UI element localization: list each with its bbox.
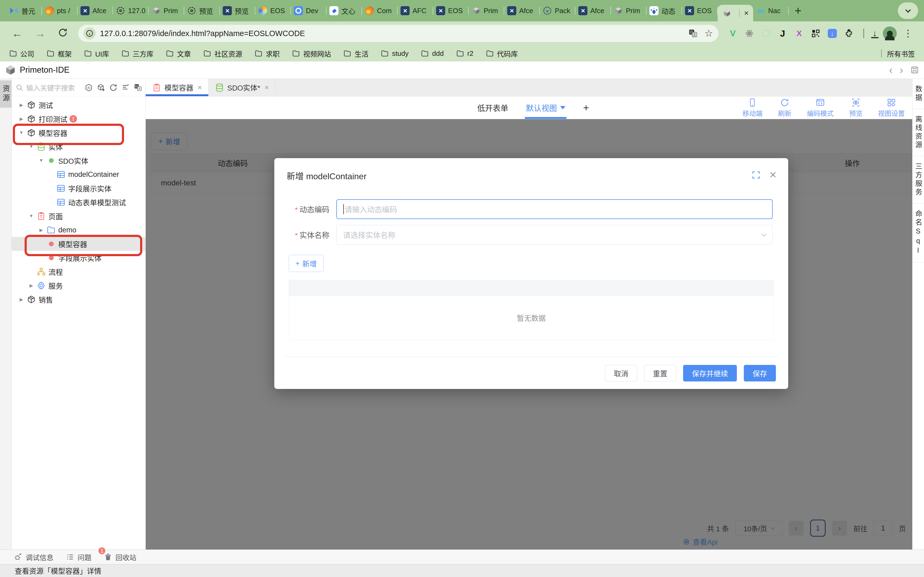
history-back-icon[interactable]: ‹ bbox=[889, 64, 892, 75]
editor-tab[interactable]: 模型容器 × bbox=[146, 79, 208, 96]
tree-caret-icon[interactable]: ▼ bbox=[26, 213, 37, 219]
browser-tab[interactable]: Dev bbox=[291, 0, 326, 21]
browser-tab[interactable]: × AFC bbox=[397, 0, 433, 21]
extension-button[interactable] bbox=[810, 28, 821, 39]
tab-close-icon[interactable]: × bbox=[265, 83, 269, 92]
add-view-button[interactable]: + bbox=[583, 102, 589, 114]
browser-tab[interactable]: × Afce bbox=[504, 0, 540, 21]
translate-icon[interactable]: G文 bbox=[688, 29, 698, 38]
bookmark-folder[interactable]: 求职 bbox=[255, 48, 279, 58]
tab-overflow-button[interactable] bbox=[898, 2, 918, 19]
view-action-button[interactable]: 预览 bbox=[849, 98, 863, 118]
bookmark-star-icon[interactable]: ☆ bbox=[704, 28, 713, 39]
tree-item[interactable]: modelContainer bbox=[12, 168, 145, 181]
new-resource-icon[interactable] bbox=[97, 83, 105, 92]
tree-caret-icon[interactable]: ▶ bbox=[16, 102, 27, 108]
bookmark-folder[interactable]: 公司 bbox=[9, 48, 34, 58]
tree-item[interactable]: ▼ 实体 bbox=[12, 140, 145, 153]
extension-button[interactable] bbox=[744, 28, 755, 39]
tree-item[interactable]: ▶ demo bbox=[12, 223, 145, 237]
dialog-col-header[interactable] bbox=[653, 280, 774, 296]
rail-tab[interactable]: 命名Sql bbox=[913, 203, 924, 263]
recycle-bin-button[interactable]: 回收站 bbox=[104, 552, 136, 562]
tree-caret-icon[interactable]: ▶ bbox=[16, 297, 27, 302]
bookmark-folder[interactable]: 代码库 bbox=[486, 48, 518, 58]
rail-tab[interactable]: 数据 bbox=[913, 79, 924, 109]
dialog-col-header[interactable] bbox=[289, 280, 362, 296]
save-and-continue-button[interactable]: 保存并继续 bbox=[683, 365, 737, 382]
view-action-button[interactable]: 移动端 bbox=[743, 98, 762, 118]
dialog-col-header[interactable] bbox=[434, 280, 507, 296]
browser-tab[interactable]: Pack bbox=[540, 0, 575, 21]
extension-button[interactable]: X bbox=[794, 28, 804, 39]
tree-caret-icon[interactable]: ▶ bbox=[16, 116, 27, 122]
browser-tab[interactable]: 普元 bbox=[6, 0, 42, 21]
bookmark-folder[interactable]: study bbox=[381, 50, 409, 58]
save-button[interactable]: 保存 bbox=[744, 365, 776, 382]
refresh-tree-icon[interactable] bbox=[109, 83, 118, 92]
bookmark-folder[interactable]: 文章 bbox=[166, 48, 191, 58]
field-control[interactable]: 请选择实体名称 bbox=[336, 225, 773, 245]
extension-button[interactable] bbox=[761, 28, 771, 39]
tree-item[interactable]: ▶ 销售 bbox=[12, 292, 145, 306]
tree-item[interactable]: ▼ 页面 bbox=[12, 209, 145, 223]
bookmark-folder[interactable]: r2 bbox=[456, 50, 473, 58]
ai-assistant-icon[interactable]: AI bbox=[84, 83, 93, 92]
bookmark-folder[interactable]: 框架 bbox=[47, 48, 72, 58]
extension-button[interactable] bbox=[843, 28, 854, 39]
field-control[interactable]: 请输入动态编码 bbox=[336, 199, 773, 219]
tree-item[interactable]: ▼ 模型容器 bbox=[12, 126, 145, 140]
tree-caret-icon[interactable]: ▼ bbox=[36, 158, 47, 163]
bookmark-folder[interactable]: 社区资源 bbox=[203, 48, 242, 58]
browser-tab[interactable]: Prim bbox=[149, 0, 184, 21]
browser-tab[interactable]: Com bbox=[362, 0, 397, 21]
tree-item[interactable]: ▼ SDO实体 bbox=[12, 153, 145, 168]
browser-tab[interactable]: 预览 bbox=[184, 0, 220, 21]
view-action-button[interactable]: 编码模式 bbox=[807, 98, 834, 118]
rail-tab[interactable]: 三方服务 bbox=[913, 156, 924, 203]
bookmark-folder[interactable]: ddd bbox=[421, 50, 444, 58]
browser-tab[interactable]: Prim bbox=[469, 0, 504, 21]
browser-tab[interactable]: ∞ Nac bbox=[753, 0, 789, 21]
tree-item[interactable]: 动态表单模型测试 bbox=[12, 195, 145, 209]
tree-item[interactable]: ▶ 打印测试 ! bbox=[12, 112, 145, 126]
tree-item[interactable]: 字段展示实体 bbox=[12, 251, 145, 265]
editor-tab[interactable]: SDO实体* × bbox=[208, 79, 275, 96]
browser-tab[interactable]: ◆ 文心 bbox=[326, 0, 362, 21]
fullscreen-icon[interactable] bbox=[752, 171, 760, 180]
view-action-button[interactable]: 视图设置 bbox=[878, 98, 905, 118]
tree-caret-icon[interactable]: ▼ bbox=[26, 144, 37, 149]
dialog-col-header[interactable] bbox=[362, 280, 434, 296]
profile-avatar[interactable] bbox=[883, 26, 897, 40]
problems-button[interactable]: 问题 1 bbox=[66, 552, 91, 562]
search-input[interactable]: 输入关键字搜索 bbox=[16, 82, 82, 92]
view-selector[interactable]: 默认视图 bbox=[526, 97, 565, 119]
debug-info-button[interactable]: 调试信息 bbox=[14, 552, 53, 562]
tab-close-icon[interactable]: × bbox=[197, 83, 202, 92]
dialog-col-header[interactable] bbox=[580, 280, 653, 296]
tree-item[interactable]: 流程 bbox=[12, 265, 145, 279]
history-forward-icon[interactable]: › bbox=[900, 64, 903, 75]
new-tab-button[interactable]: + bbox=[795, 5, 801, 16]
tree-item[interactable]: ▶ 服务 bbox=[12, 279, 145, 292]
tree-item[interactable]: 模型容器 bbox=[12, 237, 145, 251]
forward-button[interactable]: → bbox=[30, 28, 50, 39]
back-button[interactable]: ← bbox=[7, 28, 27, 39]
downloads-icon[interactable]: ↓ bbox=[869, 28, 880, 39]
browser-tab[interactable]: × EOS bbox=[433, 0, 469, 21]
all-bookmarks-button[interactable]: 所有书签 bbox=[887, 48, 915, 58]
url-bar[interactable]: 127.0.0.1:28079/ide/index.html?appName=E… bbox=[78, 25, 719, 42]
dialog-col-header[interactable] bbox=[507, 280, 580, 296]
tree-caret-icon[interactable]: ▼ bbox=[16, 130, 27, 135]
browser-tab[interactable]: EOS bbox=[255, 0, 291, 21]
reload-button[interactable] bbox=[53, 27, 73, 39]
url-text[interactable]: 127.0.0.1:28079/ide/index.html?appName=E… bbox=[100, 29, 684, 38]
site-info-icon[interactable] bbox=[83, 27, 96, 40]
browser-tab[interactable]: × bbox=[717, 5, 753, 21]
bookmark-folder[interactable]: 视频网站 bbox=[292, 48, 331, 58]
browser-tab[interactable]: 动态 bbox=[646, 0, 682, 21]
tree-item[interactable]: 字段展示实体 bbox=[12, 181, 145, 195]
browser-tab[interactable]: × EOS bbox=[682, 0, 717, 21]
rail-tab[interactable]: 离线资源 bbox=[913, 109, 924, 156]
dialog-add-field-button[interactable]: + 新增 bbox=[289, 255, 323, 272]
